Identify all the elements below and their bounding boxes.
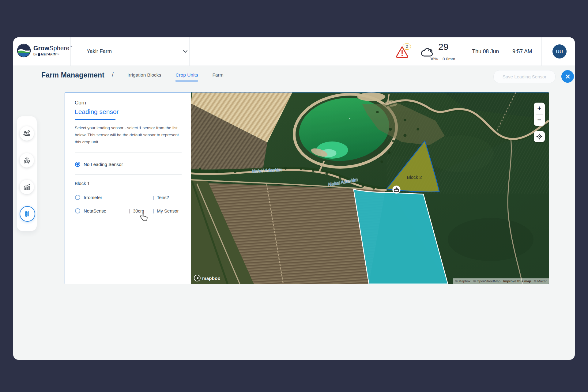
sidebar-item-sensors[interactable] bbox=[20, 206, 35, 222]
time-value: 9:57 AM bbox=[512, 48, 532, 55]
save-leading-sensor-button[interactable]: Save Leading Sensor bbox=[493, 70, 556, 83]
alerts-button[interactable]: 2 bbox=[395, 45, 414, 61]
leading-sensor-form: Corn Leading sensor Select your leading … bbox=[65, 92, 191, 284]
option-sensor-irrometer[interactable]: Irrometer |Tens2 bbox=[65, 194, 191, 201]
map-zoom-controls: + − bbox=[534, 103, 545, 126]
attrib-mapbox[interactable]: © Mapbox bbox=[455, 279, 470, 283]
divider bbox=[75, 153, 182, 153]
attrib-improve-link[interactable]: Improve this map bbox=[503, 279, 531, 283]
growsphere-logo-icon bbox=[17, 43, 31, 58]
tab-farm[interactable]: Farm bbox=[212, 72, 223, 81]
zoom-out-button[interactable]: − bbox=[534, 115, 545, 126]
section-title-underline bbox=[75, 119, 115, 120]
radio-selected-icon[interactable] bbox=[75, 161, 81, 167]
sensor-tag: |Tens2 bbox=[153, 195, 169, 200]
brand-text: GrowSphere™ by NETAFIM™ bbox=[33, 45, 72, 56]
attrib-osm[interactable]: © OpenStreetMap bbox=[473, 279, 500, 283]
sensor-name: NetaSense bbox=[84, 208, 106, 213]
weather-details: 38% 0.0mm bbox=[430, 57, 455, 61]
option-label: No Leading Sensor bbox=[84, 162, 123, 167]
analytics-chart-icon bbox=[23, 183, 31, 191]
irrigation-unit-marker[interactable] bbox=[392, 186, 400, 194]
section-title: Leading sensor bbox=[75, 108, 119, 115]
header-divider bbox=[541, 37, 542, 66]
option-sensor-netasense[interactable]: NetaSense |30cm |My Sensor bbox=[65, 208, 191, 214]
sidebar-item-devices[interactable] bbox=[20, 153, 34, 168]
radio-unselected-icon[interactable] bbox=[75, 208, 81, 214]
sensor-tag: |My Sensor bbox=[153, 208, 179, 213]
field-crops-icon bbox=[23, 129, 31, 138]
weather-widget[interactable]: 29 38% 0.0mm bbox=[418, 37, 463, 66]
sensors-probe-icon bbox=[23, 210, 32, 218]
block-title: Block 1 bbox=[75, 181, 90, 186]
device-controller-icon bbox=[23, 156, 31, 164]
toolbar-row: Farm Management / Irrigation Blocks Crop… bbox=[13, 66, 575, 87]
tab-bar: Irrigation Blocks Crop Units Farm bbox=[127, 72, 224, 81]
precipitation-value: 0.0mm bbox=[443, 57, 455, 61]
brand-name: GrowSphere™ bbox=[33, 45, 72, 51]
section-description: Select your leading sensor - select 1 se… bbox=[75, 124, 184, 145]
header-divider bbox=[70, 37, 71, 66]
sensor-depth: |30cm bbox=[129, 208, 144, 213]
page-title: Farm Management bbox=[41, 71, 104, 79]
header-divider bbox=[412, 37, 412, 66]
geolocate-icon bbox=[536, 134, 542, 140]
divider bbox=[75, 174, 182, 175]
humidity-value: 38% bbox=[430, 57, 438, 61]
alert-count-badge: 2 bbox=[403, 43, 411, 50]
tool-sidebar bbox=[17, 116, 37, 231]
mapbox-logo[interactable]: mapbox bbox=[194, 275, 220, 281]
header-divider bbox=[189, 37, 190, 66]
temperature-value: 29 bbox=[438, 42, 448, 52]
tab-irrigation-blocks[interactable]: Irrigation Blocks bbox=[127, 72, 161, 81]
brand-logo-block: GrowSphere™ by NETAFIM™ bbox=[17, 43, 72, 58]
app-window: GrowSphere™ by NETAFIM™ Yakir Farm 2 bbox=[13, 37, 575, 360]
map-attribution: © Mapbox © OpenStreetMap Improve this ma… bbox=[453, 278, 549, 284]
leading-sensor-panel: Corn Leading sensor Select your leading … bbox=[65, 92, 549, 284]
date-value: Thu 08 Jun bbox=[472, 48, 499, 55]
sidebar-item-farm-overview[interactable] bbox=[20, 126, 34, 141]
block2-label: Block 2 bbox=[407, 175, 422, 180]
attrib-maxar[interactable]: © Maxar bbox=[534, 279, 547, 283]
datetime-display: Thu 08 Jun 9:57 AM bbox=[463, 37, 541, 66]
brand-byline: by NETAFIM™ bbox=[33, 52, 72, 56]
farm-selector-dropdown[interactable]: Yakir Farm bbox=[87, 37, 188, 66]
droplet-icon bbox=[38, 52, 40, 56]
chevron-down-icon bbox=[183, 50, 188, 53]
cloud-icon bbox=[420, 47, 435, 57]
user-avatar[interactable]: UU bbox=[552, 44, 567, 58]
close-button[interactable] bbox=[561, 70, 574, 83]
tab-crop-units[interactable]: Crop Units bbox=[175, 72, 198, 81]
map-scene: Block 2 Nahal Adashim Nahal Adashim bbox=[191, 92, 549, 284]
satellite-map[interactable]: Block 2 Nahal Adashim Nahal Adashim + bbox=[191, 92, 549, 284]
sidebar-item-analytics[interactable] bbox=[20, 180, 34, 194]
sensor-name: Irrometer bbox=[84, 195, 102, 200]
option-no-leading-sensor[interactable]: No Leading Sensor bbox=[65, 161, 191, 168]
mapbox-logo-icon bbox=[194, 275, 201, 281]
breadcrumb-separator: / bbox=[112, 71, 114, 78]
farm-selector-value: Yakir Farm bbox=[87, 48, 112, 55]
geolocate-button[interactable] bbox=[534, 131, 545, 142]
close-icon bbox=[565, 74, 570, 79]
radio-unselected-icon[interactable] bbox=[75, 194, 81, 200]
zoom-in-button[interactable]: + bbox=[534, 103, 545, 114]
crop-name: Corn bbox=[75, 100, 86, 106]
top-header: GrowSphere™ by NETAFIM™ Yakir Farm 2 bbox=[13, 37, 575, 66]
